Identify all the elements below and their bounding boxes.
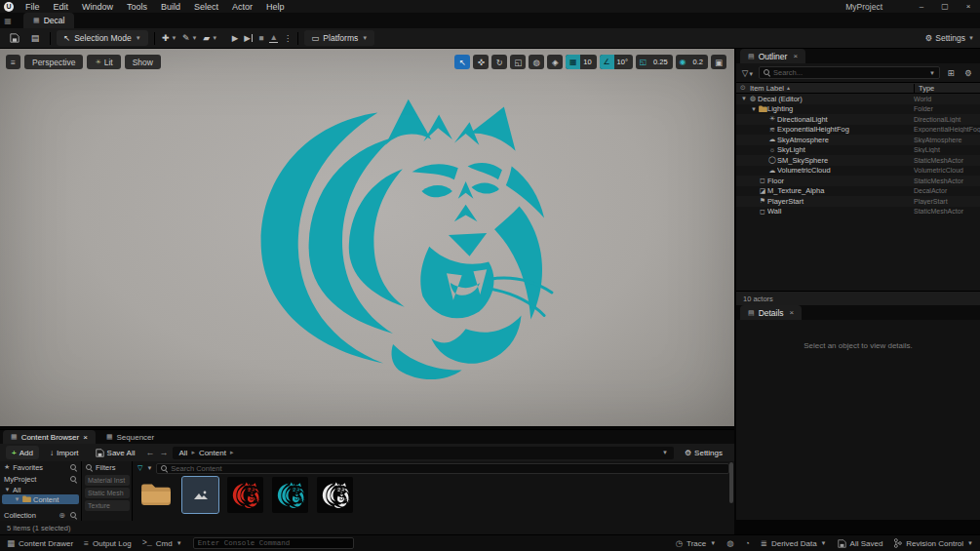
filter-icon[interactable]: ▽▼ (741, 68, 755, 78)
play-button[interactable]: ▶ (232, 33, 239, 43)
maximize-viewport-icon[interactable]: ▣ (711, 55, 726, 69)
add-collection-icon[interactable]: ⊕ (59, 511, 65, 520)
play-options-icon[interactable]: ⋮ (284, 33, 293, 43)
new-folder-icon[interactable]: ⊞ (944, 68, 958, 78)
scale-tool-icon[interactable]: ◱ (510, 55, 526, 69)
save-all-button[interactable]: Save All (90, 446, 141, 459)
close-icon[interactable]: × (790, 308, 795, 317)
menu-select[interactable]: Select (187, 0, 225, 13)
blueprints-icon[interactable]: ✎▼ (181, 30, 199, 46)
cmd-dropdown[interactable]: >_ Cmd ▼ (142, 538, 182, 548)
save-icon[interactable] (6, 30, 23, 46)
derived-data-dropdown[interactable]: ≣ Derived Data ▼ (761, 538, 827, 548)
scrollbar[interactable] (728, 461, 733, 521)
menu-tools[interactable]: Tools (120, 0, 154, 13)
outliner-row[interactable]: ≋ExponentialHeightFogExponentialHeightFo… (736, 125, 980, 136)
viewport-menu-icon[interactable]: ≡ (6, 55, 20, 69)
filter-chip-static-mesh[interactable]: Static Mesh (85, 488, 130, 498)
rotate-tool-icon[interactable]: ↻ (491, 55, 507, 69)
asset-tiger-3[interactable] (272, 477, 308, 513)
selection-mode-dropdown[interactable]: ↖ Selection Mode ▼ (57, 30, 148, 46)
search-icon[interactable] (70, 512, 77, 519)
back-icon[interactable]: ← (145, 448, 154, 457)
outliner-row[interactable]: ◻FloorStaticMeshActor (736, 176, 980, 186)
minimize-button[interactable]: – (910, 0, 933, 13)
grid-snap-chip[interactable]: ▦10 (566, 55, 596, 69)
outliner-row[interactable]: ☼SkyLightSkyLight (736, 145, 980, 156)
project-header[interactable]: MyProject (0, 473, 81, 485)
show-flags-button[interactable]: Show (125, 55, 161, 69)
outliner-search[interactable]: ▼ (759, 66, 940, 79)
add-actor-icon[interactable]: ✚▼ (161, 30, 178, 46)
editor-modes-icon[interactable]: ▤ (26, 30, 44, 46)
level-viewport[interactable]: ≡ Perspective ☀Lit Show ↖✜↻◱◍◈ ▦10∠10°◱0… (0, 49, 734, 426)
path-dropdown-icon[interactable]: ▼ (662, 450, 668, 455)
outliner-row[interactable]: ▼◍Decal (Editor)World (736, 94, 980, 104)
outliner-settings-icon[interactable]: ⚙ (961, 68, 975, 78)
tree-item-content[interactable]: ▼Content (2, 494, 79, 504)
eye-icon[interactable]: ⊙ (736, 84, 750, 92)
breadcrumb-all[interactable]: All (178, 449, 187, 457)
forward-icon[interactable]: → (159, 448, 168, 457)
content-drawer-button[interactable]: ▦ Content Drawer (7, 538, 73, 548)
outliner-row[interactable]: ▼LightingFolder (736, 104, 980, 115)
tab-details[interactable]: ▤ Details × (740, 305, 802, 320)
output-log-button[interactable]: ≡ Output Log (84, 538, 132, 548)
outliner-row[interactable]: ☁SkyAtmosphereSkyAtmosphere (736, 135, 980, 145)
globe-tool-icon[interactable]: ◍ (529, 55, 544, 69)
menu-build[interactable]: Build (154, 0, 187, 13)
asset-folder[interactable] (137, 477, 174, 513)
close-button[interactable]: × (957, 0, 980, 13)
filter-chip-material-inst[interactable]: Material Inst (85, 475, 130, 486)
outliner-row[interactable]: ◯SM_SkySphereStaticMeshActor (736, 155, 980, 166)
cinematics-icon[interactable]: ▰▼ (202, 30, 219, 46)
outliner-row[interactable]: ⚑PlayerStartPlayerStart (736, 196, 980, 207)
breadcrumb-content[interactable]: Content (199, 449, 226, 457)
column-type[interactable]: Type (914, 84, 980, 93)
menu-actor[interactable]: Actor (225, 0, 259, 13)
insights-icon[interactable]: ◔ (745, 538, 750, 548)
cursor-tool-icon[interactable]: ↖ (454, 55, 470, 69)
search-icon[interactable] (70, 476, 77, 483)
menu-window[interactable]: Window (75, 0, 120, 13)
content-search-input[interactable] (171, 464, 725, 473)
favorites-header[interactable]: ★ Favorites (0, 461, 81, 473)
outliner-row[interactable]: ☁VolumetricCloudVolumetricCloud (736, 166, 980, 177)
outliner-row[interactable]: ◪M_Texture_AlphaDecalActor (736, 186, 980, 197)
camera-snap-chip[interactable]: ◉0.2 (676, 55, 708, 69)
lit-mode-button[interactable]: ☀Lit (87, 55, 120, 69)
collection-header[interactable]: Collection ⊕ (0, 509, 81, 521)
content-search[interactable] (156, 463, 729, 474)
filter-funnel-icon[interactable]: ▽ (137, 464, 142, 472)
perspective-button[interactable]: Perspective (24, 55, 83, 69)
menu-edit[interactable]: Edit (47, 0, 76, 13)
move-tool-icon[interactable]: ✜ (473, 55, 489, 69)
close-icon[interactable]: × (793, 52, 798, 60)
all-saved-button[interactable]: All Saved (838, 539, 883, 548)
tab-decal[interactable]: ▦ Decal (23, 13, 74, 28)
stop-button[interactable]: ■ (258, 33, 263, 43)
asset-texture[interactable] (182, 477, 218, 513)
trace-dropdown[interactable]: ◷ Trace ▼ (676, 538, 717, 548)
outliner-row[interactable]: ☀DirectionalLightDirectionalLight (736, 114, 980, 125)
asset-tiger-2[interactable] (227, 477, 263, 513)
menu-help[interactable]: Help (259, 0, 292, 13)
revision-control-dropdown[interactable]: Revision Control ▼ (893, 538, 973, 548)
angle-snap-chip[interactable]: ∠10° (600, 55, 633, 69)
platforms-dropdown[interactable]: ▭ Platforms ▼ (304, 30, 374, 46)
asset-tiger-4[interactable] (317, 477, 353, 513)
import-button[interactable]: ↓Import (44, 446, 85, 459)
eject-button[interactable]: ▲ (269, 34, 277, 43)
cb-settings-button[interactable]: ⚙Settings (679, 446, 728, 459)
console-command-input[interactable] (193, 537, 354, 549)
tree-item-all[interactable]: ▼All (0, 485, 81, 494)
magnet-tool-icon[interactable]: ◈ (547, 55, 563, 69)
tab-outliner[interactable]: ▤ Outliner × (740, 49, 805, 63)
outliner-search-input[interactable] (773, 68, 926, 77)
filter-chip-texture[interactable]: Texture (85, 500, 130, 511)
scale-snap-chip[interactable]: ◱0.25 (636, 55, 673, 69)
add-button[interactable]: +Add (6, 446, 39, 459)
settings-dropdown[interactable]: ⚙ Settings ▼ (925, 30, 974, 46)
maximize-button[interactable]: ▢ (933, 0, 957, 13)
outliner-row[interactable]: ◻WallStaticMeshActor (736, 207, 980, 217)
